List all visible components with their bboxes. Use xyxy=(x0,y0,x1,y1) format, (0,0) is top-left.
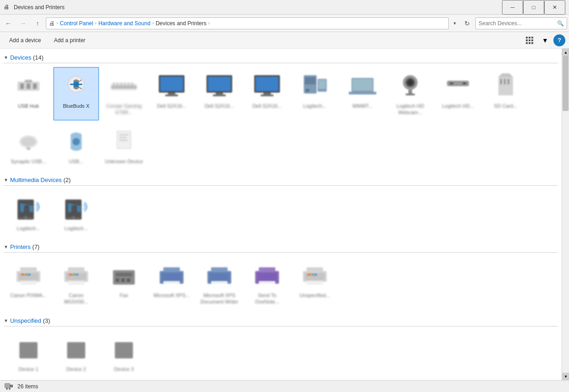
svg-rect-112 xyxy=(20,343,37,358)
devices-grid: USB Hub Bl xyxy=(4,67,558,121)
list-item[interactable]: Microsoft XPS... xyxy=(149,256,195,310)
list-item[interactable]: Logitech HD... xyxy=(435,67,481,121)
status-icon xyxy=(4,381,14,392)
device-icon xyxy=(14,194,43,223)
svg-rect-35 xyxy=(256,77,279,91)
svg-rect-55 xyxy=(504,79,506,84)
svg-point-48 xyxy=(407,80,413,85)
minimize-button[interactable]: ─ xyxy=(502,0,523,15)
list-item[interactable]: Logitech... xyxy=(53,189,99,236)
device-name: Canon MG5X00... xyxy=(56,292,96,305)
svg-rect-28 xyxy=(168,93,175,94)
svg-rect-6 xyxy=(526,42,528,44)
list-item[interactable]: Fax xyxy=(101,256,147,310)
list-item[interactable]: Unknown Device xyxy=(101,122,147,169)
list-item[interactable]: SD Card... xyxy=(483,67,529,121)
list-item[interactable]: Device 2 xyxy=(53,330,99,377)
list-item[interactable]: Device 1 xyxy=(6,330,51,377)
device-name: Logitech... xyxy=(303,103,327,109)
list-item[interactable]: BlueBuds X xyxy=(53,67,99,121)
forward-button[interactable]: → xyxy=(17,17,29,30)
scrollbar[interactable]: ▲ ▼ xyxy=(562,49,569,380)
add-device-button[interactable]: Add a device xyxy=(4,34,46,47)
device-name: Device 1 xyxy=(19,366,39,372)
list-item[interactable]: Corsair Gaming K70R... xyxy=(101,67,147,121)
device-name: Logitech... xyxy=(65,225,88,232)
svg-rect-102 xyxy=(259,267,275,272)
device-name: Fax xyxy=(120,292,128,298)
refresh-button[interactable]: ↻ xyxy=(461,17,474,30)
list-item[interactable]: Microsoft XPS Document Writer xyxy=(196,256,242,310)
svg-rect-52 xyxy=(450,83,453,84)
svg-rect-78 xyxy=(28,274,30,276)
multimedia-grid: Logitech... Logitech... xyxy=(4,189,558,236)
window-controls: ─ □ ✕ xyxy=(502,0,565,15)
device-icon xyxy=(14,335,43,364)
window-icon: 🖨 xyxy=(4,4,11,11)
svg-rect-110 xyxy=(315,274,317,276)
svg-rect-77 xyxy=(26,274,28,276)
svg-rect-83 xyxy=(69,274,73,276)
list-item[interactable]: Canon MG5X00... xyxy=(53,256,99,310)
list-item[interactable]: MWMT... xyxy=(340,67,385,121)
svg-rect-114 xyxy=(68,343,84,358)
list-item[interactable]: Dell S2X16... xyxy=(149,67,195,121)
device-icon xyxy=(14,127,43,156)
main-content: ▼ Devices (14) USB Hub xyxy=(0,49,569,380)
device-icon xyxy=(252,261,282,290)
multimedia-section-header[interactable]: ▼ Multimedia Devices (2) xyxy=(4,175,558,186)
svg-rect-53 xyxy=(463,83,466,84)
breadcrumb-dropdown-button[interactable]: ▼ xyxy=(451,17,459,29)
back-button[interactable]: ← xyxy=(2,17,15,30)
search-box: 🔍 xyxy=(475,17,567,29)
svg-rect-63 xyxy=(119,134,128,135)
svg-rect-54 xyxy=(500,79,502,84)
printers-section-header[interactable]: ▼ Printers (7) xyxy=(4,242,558,253)
breadcrumb-control-panel[interactable]: Control Panel xyxy=(60,20,93,27)
list-item[interactable]: Logitech... xyxy=(6,189,51,236)
svg-rect-116 xyxy=(116,343,132,358)
svg-rect-33 xyxy=(213,94,226,96)
list-item[interactable]: Dell S2X16... xyxy=(196,67,242,121)
scroll-up-button[interactable]: ▲ xyxy=(562,49,569,56)
search-input[interactable] xyxy=(479,20,555,27)
svg-point-60 xyxy=(73,138,80,145)
device-icon xyxy=(61,335,91,364)
maximize-button[interactable]: □ xyxy=(523,0,544,15)
svg-rect-76 xyxy=(21,274,25,276)
device-name: Synaptic USB... xyxy=(11,158,46,165)
help-button[interactable]: ? xyxy=(553,34,565,46)
up-button[interactable]: ↑ xyxy=(31,17,44,30)
unspecified-section-header[interactable]: ▼ Unspecified (3) xyxy=(4,315,558,326)
device-name: Device 3 xyxy=(114,366,134,372)
list-item[interactable]: Synaptic USB... xyxy=(6,122,51,169)
scroll-thumb[interactable] xyxy=(563,56,569,111)
devices-section-header[interactable]: ▼ Devices (14) xyxy=(4,52,558,63)
svg-rect-19 xyxy=(111,86,137,88)
printers-section: ▼ Printers (7) xyxy=(4,242,558,310)
list-item[interactable]: Device 3 xyxy=(101,330,147,377)
device-icon xyxy=(205,261,234,290)
list-item[interactable]: Dell S2X16... xyxy=(244,67,290,121)
view-dropdown-button[interactable]: ▼ xyxy=(539,34,552,47)
list-item[interactable]: Canon PIXMA... xyxy=(6,256,51,310)
view-options-button[interactable] xyxy=(524,34,537,47)
close-button[interactable]: ✕ xyxy=(544,0,565,15)
svg-rect-39 xyxy=(305,77,316,84)
breadcrumb-hardware-sound[interactable]: Hardware and Sound xyxy=(98,20,150,27)
svg-rect-22 xyxy=(120,83,122,85)
add-printer-button[interactable]: Add a printer xyxy=(48,34,91,47)
unspecified-collapse-arrow: ▼ xyxy=(4,318,8,323)
list-item[interactable]: Unspecified... xyxy=(292,256,338,310)
svg-rect-93 xyxy=(162,273,182,282)
address-bar: ← → ↑ 🖨 › Control Panel › Hardware and S… xyxy=(0,15,569,32)
list-item[interactable]: Send To OneNote... xyxy=(244,256,290,310)
list-item[interactable]: Logitech... xyxy=(292,67,338,121)
content-area[interactable]: ▼ Devices (14) USB Hub xyxy=(0,49,562,380)
scroll-down-button[interactable]: ▼ xyxy=(562,373,569,380)
list-item[interactable]: USB Hub xyxy=(6,67,51,121)
svg-rect-10 xyxy=(20,83,24,89)
svg-rect-45 xyxy=(349,92,376,94)
list-item[interactable]: Logitech HD Webcam... xyxy=(387,67,433,121)
list-item[interactable]: USB... xyxy=(53,122,99,169)
